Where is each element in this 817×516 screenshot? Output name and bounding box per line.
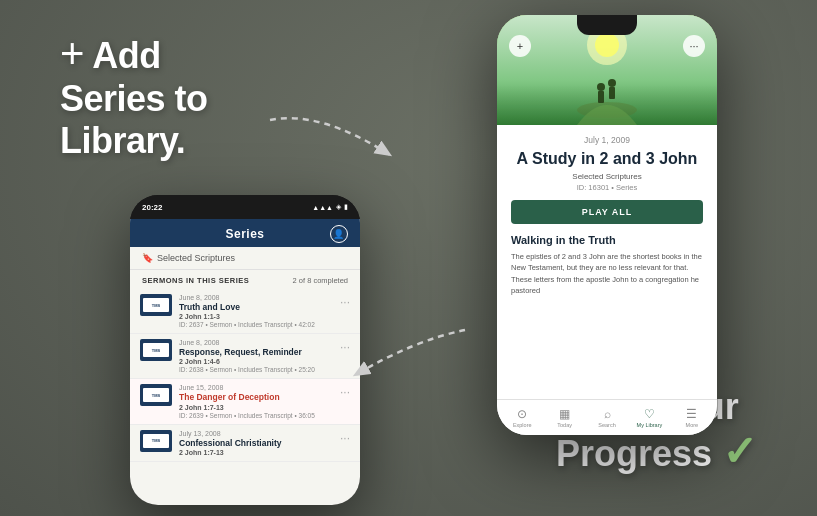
sermon-item[interactable]: TMS July 13, 2008 Confessional Christian…	[130, 425, 360, 462]
library-icon: ♡	[644, 407, 655, 421]
nav-search[interactable]: ⌕ Search	[586, 407, 628, 428]
sermon-title: Confessional Christianity	[179, 438, 333, 448]
more-label: More	[686, 422, 699, 428]
sermon-item-highlighted[interactable]: TMS June 15, 2008 The Danger of Deceptio…	[130, 379, 360, 424]
sermon-info: July 13, 2008 Confessional Christianity …	[179, 430, 333, 456]
sermon-thumbnail: TMS	[140, 294, 172, 316]
nav-explore[interactable]: ⊙ Explore	[501, 407, 543, 428]
search-icon: ⌕	[604, 407, 611, 421]
series-scriptures: Selected Scriptures	[511, 172, 703, 181]
sermon-thumbnail: TMS	[140, 339, 172, 361]
series-description: The epistles of 2 and 3 John are the sho…	[511, 251, 703, 296]
play-all-button[interactable]: PLAY ALL	[511, 200, 703, 224]
sermon-info: June 8, 2008 Response, Request, Reminder…	[179, 339, 333, 373]
notch	[577, 15, 637, 35]
sermons-count: 2 of 8 completed	[293, 276, 348, 285]
sermon-item[interactable]: TMS June 8, 2008 Response, Request, Remi…	[130, 334, 360, 379]
library-label: My Library	[637, 422, 663, 428]
explore-label: Explore	[513, 422, 532, 428]
sermon-meta: ID: 2639 • Sermon • Includes Transcript …	[179, 412, 333, 419]
sermon-title: The Danger of Deception	[179, 392, 333, 402]
explore-icon: ⊙	[517, 407, 527, 421]
scene: + Add Series to Library. Track Your Prog…	[0, 0, 817, 516]
sermon-thumbnail: TMS	[140, 430, 172, 452]
nav-bar: Series 👤	[130, 219, 360, 247]
left-screen: Series 👤 🔖 Selected Scriptures SERMONS I…	[130, 219, 360, 505]
svg-point-6	[597, 83, 605, 91]
search-label: Search	[598, 422, 615, 428]
track-line2: Progress	[556, 433, 712, 474]
right-phone: + ··· July 1, 2009 A Study in 2 and 3 Jo…	[497, 15, 717, 435]
sermon-ref: 2 John 1:7-13	[179, 449, 333, 456]
sermon-logo: TMS	[143, 434, 169, 448]
section-title: Walking in the Truth	[511, 234, 703, 246]
plus-circle-icon[interactable]: +	[509, 35, 531, 57]
right-top-bar: + ···	[497, 35, 717, 57]
battery-icon: ▮	[344, 203, 348, 211]
add-line1: Add	[92, 35, 160, 76]
sermon-date: July 13, 2008	[179, 430, 333, 437]
add-series-label: + Add Series to Library.	[60, 30, 208, 161]
sermon-date: June 15, 2008	[179, 384, 333, 391]
nav-title: Series	[225, 227, 264, 241]
sermon-logo: TMS	[143, 388, 169, 402]
sermons-header: SERMONS IN THIS SERIES 2 of 8 completed	[130, 270, 360, 289]
arrow-to-right-phone	[260, 100, 420, 180]
series-date: July 1, 2009	[511, 135, 703, 145]
svg-point-8	[608, 79, 616, 87]
sermon-logo: TMS	[143, 343, 169, 357]
left-phone: 20:22 ▲▲▲ ◈ ▮ Series 👤 🔖 Selected Script…	[130, 195, 360, 505]
status-bar: 20:22 ▲▲▲ ◈ ▮	[130, 195, 360, 219]
series-title: A Study in 2 and 3 John	[511, 149, 703, 168]
svg-point-5	[577, 102, 637, 118]
signal-icon: ▲▲▲	[312, 204, 333, 211]
check-icon: ✓	[722, 428, 757, 475]
sermon-logo: TMS	[143, 298, 169, 312]
svg-rect-9	[609, 87, 615, 99]
sermon-info: June 15, 2008 The Danger of Deception 2 …	[179, 384, 333, 418]
series-id: ID: 16301 • Series	[511, 183, 703, 192]
sermon-thumbnail: TMS	[140, 384, 172, 406]
sermon-title: Response, Request, Reminder	[179, 347, 333, 357]
nav-more[interactable]: ☰ More	[671, 407, 713, 428]
arrow-to-left-phone	[345, 320, 475, 390]
nav-today[interactable]: ▦ Today	[543, 407, 585, 428]
add-line3: Library.	[60, 120, 185, 161]
bottom-nav: ⊙ Explore ▦ Today ⌕ Search ♡ My Library …	[497, 399, 717, 435]
today-icon: ▦	[559, 407, 570, 421]
more-dots-icon[interactable]: ···	[683, 35, 705, 57]
bookmark-icon: 🔖	[142, 253, 153, 263]
more-icon: ☰	[686, 407, 697, 421]
time: 20:22	[142, 203, 162, 212]
plus-icon: +	[60, 30, 84, 77]
right-content: July 1, 2009 A Study in 2 and 3 John Sel…	[497, 125, 717, 399]
sermon-info: June 8, 2008 Truth and Love 2 John 1:1-3…	[179, 294, 333, 328]
nav-my-library[interactable]: ♡ My Library	[628, 407, 670, 428]
status-icons: ▲▲▲ ◈ ▮	[312, 203, 348, 211]
sermon-meta: ID: 2638 • Sermon • Includes Transcript …	[179, 366, 333, 373]
more-icon[interactable]: ···	[340, 296, 350, 308]
wifi-icon: ◈	[336, 203, 341, 211]
add-line2: Series to	[60, 78, 208, 119]
more-icon[interactable]: ···	[340, 432, 350, 444]
sermon-date: June 8, 2008	[179, 339, 333, 346]
today-label: Today	[557, 422, 572, 428]
selected-scriptures-row: 🔖 Selected Scriptures	[130, 247, 360, 270]
sermon-ref: 2 John 1:1-3	[179, 313, 333, 320]
svg-rect-7	[598, 91, 604, 103]
sermon-ref: 2 John 1:7-13	[179, 404, 333, 411]
sermon-meta: ID: 2637 • Sermon • Includes Transcript …	[179, 321, 333, 328]
sermon-title: Truth and Love	[179, 302, 333, 312]
right-screen: + ··· July 1, 2009 A Study in 2 and 3 Jo…	[497, 15, 717, 435]
avatar[interactable]: 👤	[330, 225, 348, 243]
sermon-ref: 2 John 1:4-6	[179, 358, 333, 365]
sermons-label: SERMONS IN THIS SERIES	[142, 276, 249, 285]
sermon-item[interactable]: TMS June 8, 2008 Truth and Love 2 John 1…	[130, 289, 360, 334]
sermon-date: June 8, 2008	[179, 294, 333, 301]
selected-scriptures-label: Selected Scriptures	[157, 253, 235, 263]
